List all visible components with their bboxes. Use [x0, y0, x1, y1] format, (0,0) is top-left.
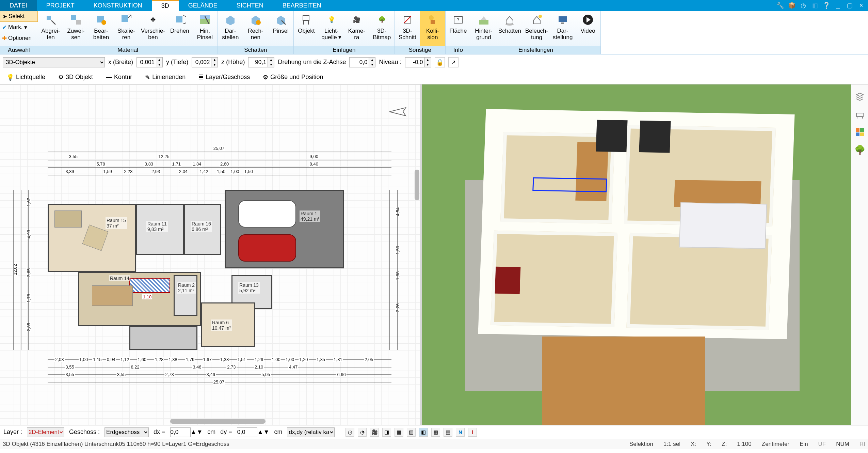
bearbeiten-button[interactable]: Bear- beiten [89, 11, 114, 46]
menu-tab-konstruktion[interactable]: KONSTRUKTION [84, 0, 152, 11]
menu-tab-gelaende[interactable]: GELÄNDE [179, 0, 227, 11]
3dobjekt-tool[interactable]: ⚙3D Objekt [54, 72, 97, 83]
groesseposition-tool[interactable]: ⚙Größe und Position [259, 72, 327, 83]
car-white[interactable] [238, 200, 296, 228]
meter-icon[interactable]: ◔ [358, 428, 367, 437]
y-spinner[interactable]: ▲▼ [211, 57, 218, 67]
drehen-button[interactable]: Drehen [167, 11, 192, 46]
menu-tab-datei[interactable]: DATEI [0, 0, 37, 11]
wireframe-icon[interactable]: ▩ [395, 428, 403, 437]
sofa[interactable] [54, 210, 82, 228]
schatten-set-button[interactable]: Schatten [496, 11, 523, 46]
geschoss-select[interactable]: Erdgeschoss [105, 427, 149, 437]
menu-tab-3d[interactable]: 3D [152, 0, 179, 11]
kamera-button[interactable]: 🎥Kame- ra [344, 11, 369, 46]
unknown-icon[interactable]: ◷ [799, 1, 807, 10]
video-button[interactable]: Video [575, 11, 600, 46]
object-type-select[interactable]: 3D-Objekte [3, 57, 105, 67]
dxdy-mode-select[interactable]: dx,dy (relativ ka [287, 427, 335, 437]
3d-selected-object[interactable] [533, 177, 607, 192]
car-red[interactable] [238, 234, 296, 262]
shaded-icon[interactable]: ◧ [419, 428, 428, 437]
optionen-button[interactable]: ✚Optionen [0, 33, 38, 44]
lichtquelle-tool[interactable]: 💡Lichtquelle [3, 72, 49, 83]
menu-tab-projekt[interactable]: PROJEKT [37, 0, 84, 11]
camera-tool-icon[interactable]: 🎥 [370, 428, 379, 437]
restore-icon[interactable]: ▢ [846, 1, 854, 10]
pane-2d[interactable]: 25,07 3,55 12,25 9,00 5,78 3,83 1,71 1,8… [0, 84, 422, 425]
flaeche-button[interactable]: ?Fläche [446, 11, 471, 46]
darstellen-button[interactable]: Dar- stellen [218, 11, 243, 46]
layergeschoss-tool[interactable]: ≣Layer/Geschoss [195, 72, 254, 83]
dx-spinner[interactable]: ▲▼ [191, 428, 203, 435]
hinpinsel-button[interactable]: Hin. Pinsel [192, 11, 218, 46]
linienenden-tool[interactable]: ✎Linienenden [141, 72, 189, 83]
dy-input[interactable] [237, 427, 257, 437]
3d-garage-door [542, 337, 705, 425]
zuweisen-button[interactable]: Zuwei- sen [63, 11, 89, 46]
room-2[interactable] [174, 275, 197, 316]
x-input[interactable] [136, 57, 156, 67]
cube-tool-icon[interactable]: ◨ [382, 428, 391, 437]
gear-icon: ⚙ [263, 74, 268, 81]
hintergrund-button[interactable]: Hinter- grund [471, 11, 496, 46]
furniture-panel-icon[interactable] [854, 109, 865, 120]
close-icon[interactable]: × [857, 1, 865, 10]
dy-spinner[interactable]: ▲▼ [257, 428, 270, 435]
popout-button[interactable]: ↗ [448, 57, 459, 67]
lock-button[interactable]: 🔒 [435, 57, 445, 67]
minimize-icon[interactable]: _ [834, 1, 842, 10]
svg-rect-31 [559, 16, 567, 22]
room-label: Raum 610,47 m² [211, 319, 232, 331]
verschieben-button[interactable]: ✥Verschie- ben [139, 11, 167, 46]
3dbitmap-button[interactable]: 🌳3D- Bitmap [369, 11, 395, 46]
menu-tab-bearbeiten[interactable]: BEARBEITEN [273, 0, 331, 11]
selected-object[interactable] [129, 278, 170, 293]
cube-icon[interactable]: ◧ [811, 1, 819, 10]
pane-3d[interactable] [422, 84, 851, 425]
beleuchtung-button[interactable]: Beleuch- tung [523, 11, 550, 46]
z-input[interactable] [248, 57, 268, 67]
dx-input[interactable] [170, 427, 191, 437]
darstellung-button[interactable]: Dar- stellung [550, 11, 575, 46]
selekt-button[interactable]: ➤Selekt [0, 11, 38, 22]
help-icon[interactable]: ❔ [822, 1, 831, 10]
layers-panel-icon[interactable] [854, 91, 865, 102]
rot-input[interactable] [349, 57, 369, 67]
bulb-icon: 💡 [325, 13, 338, 27]
abgreifen-button[interactable]: Abgrei- fen [38, 11, 63, 46]
horizontal-scrollbar[interactable] [170, 419, 266, 424]
north-icon[interactable]: N [456, 428, 465, 437]
hall[interactable] [129, 326, 197, 350]
ribbon: ➤Selekt ✔Mark.▾ ✚Optionen Auswahl Abgrei… [0, 11, 868, 54]
info-icon[interactable]: i [468, 428, 477, 437]
hatch-icon[interactable]: ▨ [407, 428, 416, 437]
niveau-input[interactable] [405, 57, 425, 67]
tree-panel-icon[interactable]: 🌳 [854, 144, 865, 155]
mark-button[interactable]: ✔Mark.▾ [0, 22, 38, 33]
lichtquelle-button[interactable]: 💡Licht- quelle ▾ [319, 11, 344, 46]
3dschnitt-button[interactable]: 3D- Schnitt [395, 11, 420, 46]
pinsel-button[interactable]: Pinsel [268, 11, 293, 46]
objekt-button[interactable]: Objekt [294, 11, 319, 46]
y-input[interactable] [192, 57, 211, 67]
rot-spinner[interactable]: ▲▼ [369, 57, 375, 67]
package-icon[interactable]: 📦 [788, 1, 796, 10]
niveau-spinner[interactable]: ▲▼ [425, 57, 431, 67]
kontur-tool[interactable]: —Kontur [102, 72, 136, 82]
grid-icon[interactable]: ▤ [444, 428, 452, 437]
texture-icon[interactable]: ▦ [431, 428, 440, 437]
rechnen-button[interactable]: Rech- nen [243, 11, 268, 46]
menu-tab-sichten[interactable]: SICHTEN [227, 0, 273, 11]
x-spinner[interactable]: ▲▼ [156, 57, 163, 67]
tool-icon[interactable]: 🔧 [776, 1, 784, 10]
vertical-scrollbar[interactable] [415, 170, 419, 200]
layer-select[interactable]: 2D-Element [27, 427, 64, 437]
colors-panel-icon[interactable] [854, 127, 865, 138]
dining-table[interactable] [92, 285, 133, 306]
skalieren-button[interactable]: Skalie- ren [114, 11, 139, 46]
z-spinner[interactable]: ▲▼ [268, 57, 274, 67]
kollision-button[interactable]: Kolli- sion [420, 11, 445, 46]
clock-icon[interactable]: ◷ [345, 428, 354, 437]
ribbon-group-material: Abgrei- fen Zuwei- sen Bear- beiten Skal… [38, 11, 218, 54]
